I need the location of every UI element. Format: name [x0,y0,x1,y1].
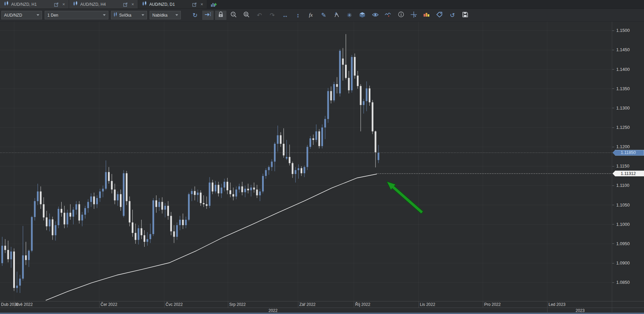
candle[interactable] [280,132,282,147]
drawing-tools-button[interactable]: A [330,10,343,20]
candle[interactable] [345,34,347,80]
candle[interactable] [150,223,151,243]
candle[interactable] [188,193,190,221]
popout-icon[interactable] [192,2,197,6]
chart-type-select[interactable]: Svíčka [111,11,147,19]
close-icon[interactable]: × [199,2,204,7]
candle[interactable] [22,226,24,280]
candle[interactable] [129,196,130,226]
redo-button[interactable]: ↷ [266,10,278,20]
candle[interactable] [31,216,33,252]
candle[interactable] [111,174,113,193]
candle[interactable] [132,210,133,237]
candle[interactable] [81,212,83,226]
candle[interactable] [316,124,317,142]
candle[interactable] [79,201,80,223]
candle[interactable] [244,185,246,197]
candle[interactable] [182,214,184,229]
candle[interactable] [265,168,267,179]
candle[interactable] [84,206,86,219]
patterns-button[interactable]: ✳ [343,10,356,20]
candle[interactable] [135,223,136,244]
candle[interactable] [274,142,276,171]
candle[interactable] [4,239,6,253]
candle[interactable] [253,182,255,193]
candle[interactable] [179,216,181,230]
undo-button[interactable]: ↶ [253,10,265,20]
candle[interactable] [301,166,302,176]
candle[interactable] [330,86,332,103]
candle[interactable] [64,206,65,228]
volume-button[interactable] [421,10,433,20]
candle[interactable] [13,249,15,291]
candle[interactable] [372,100,373,134]
candle[interactable] [295,167,296,183]
candle[interactable] [102,185,104,197]
candle[interactable] [321,124,323,149]
candle[interactable] [259,189,261,201]
candle[interactable] [108,167,110,184]
candle[interactable] [96,195,98,208]
candle[interactable] [283,128,284,158]
candle[interactable] [327,88,329,123]
candle[interactable] [212,180,213,194]
save-button[interactable] [459,10,471,20]
candle[interactable] [268,165,270,175]
candle[interactable] [55,221,57,241]
candle[interactable] [69,204,71,220]
candle[interactable] [138,225,139,244]
candle[interactable] [241,182,243,195]
candle[interactable] [333,82,335,102]
candle[interactable] [221,184,222,198]
candle[interactable] [378,145,379,163]
candle[interactable] [209,177,211,208]
candle[interactable] [117,192,119,206]
candle[interactable] [49,214,50,232]
candle[interactable] [144,230,145,247]
candle[interactable] [164,203,166,217]
eye-button[interactable] [369,10,381,20]
candle[interactable] [306,145,308,170]
candle[interactable] [313,135,314,145]
new-chart-button[interactable] [207,0,220,8]
candle[interactable] [19,275,21,293]
candle[interactable] [354,54,356,79]
indicators-button[interactable]: fx [305,10,317,20]
candle[interactable] [191,189,193,201]
candle[interactable] [176,222,178,240]
candle[interactable] [16,272,18,293]
sync-button[interactable]: ↺ [446,10,458,20]
refresh-button[interactable]: ↻ [189,10,201,20]
h-scale-button[interactable]: ↔ [279,10,291,20]
candle[interactable] [167,201,169,220]
candle[interactable] [61,202,62,217]
lock-button[interactable] [215,10,227,20]
candle[interactable] [93,193,95,209]
candle[interactable] [120,190,122,211]
candle[interactable] [58,207,59,228]
candle[interactable] [200,190,201,206]
candle[interactable] [52,217,53,240]
candle[interactable] [366,81,367,111]
candle[interactable] [46,211,47,230]
crosshair-button[interactable] [408,10,420,20]
candle[interactable] [357,71,359,89]
candle[interactable] [67,210,68,228]
candle[interactable] [152,198,154,236]
candle[interactable] [141,220,142,239]
candle[interactable] [262,174,264,193]
moving-average-line[interactable] [46,174,377,300]
candle[interactable] [375,131,377,168]
candle[interactable] [369,86,370,106]
tag-button[interactable] [433,10,446,20]
candle[interactable] [123,170,125,217]
candle[interactable] [185,217,187,228]
close-icon[interactable]: × [61,2,66,7]
chart-tab-h4[interactable]: AUD/NZD, H4× [69,0,138,8]
candle[interactable] [292,162,294,178]
time-axis[interactable]: Dub 2022Kvě 2022Čer 2022Čvc 2022Srp 2022… [0,301,644,313]
candle[interactable] [348,71,350,93]
candlestick-canvas[interactable] [0,22,612,301]
candle[interactable] [215,181,216,194]
candle[interactable] [105,160,107,190]
